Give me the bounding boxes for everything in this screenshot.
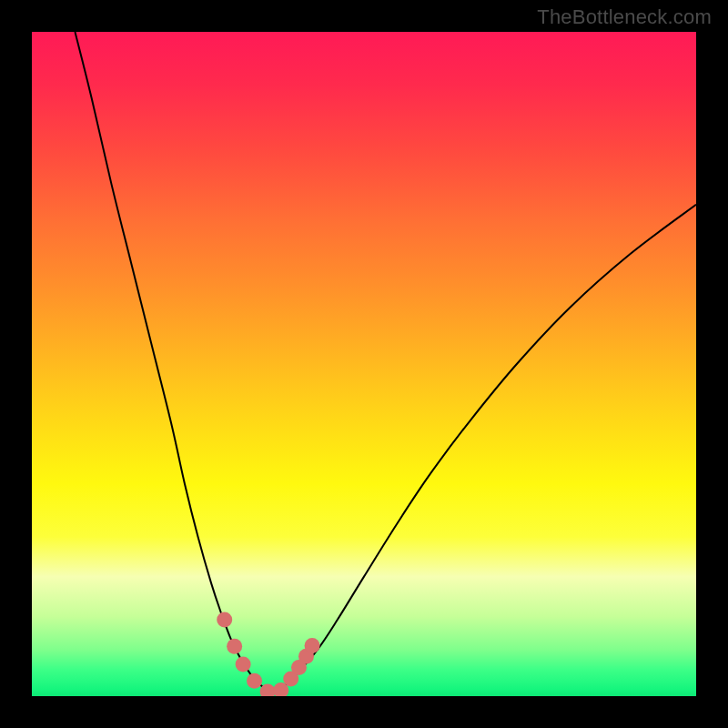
curve-svg — [32, 32, 696, 696]
marker-point — [305, 638, 320, 653]
marker-point — [236, 656, 251, 672]
marker-point — [247, 673, 262, 689]
chart-frame: TheBottleneck.com — [0, 0, 728, 728]
plot-area — [32, 32, 696, 696]
curve-left — [75, 32, 270, 693]
curve-right — [271, 205, 696, 693]
marker-point — [217, 612, 232, 628]
marker-point — [227, 639, 242, 654]
marker-group — [217, 612, 319, 696]
watermark-text: TheBottleneck.com — [537, 5, 712, 29]
